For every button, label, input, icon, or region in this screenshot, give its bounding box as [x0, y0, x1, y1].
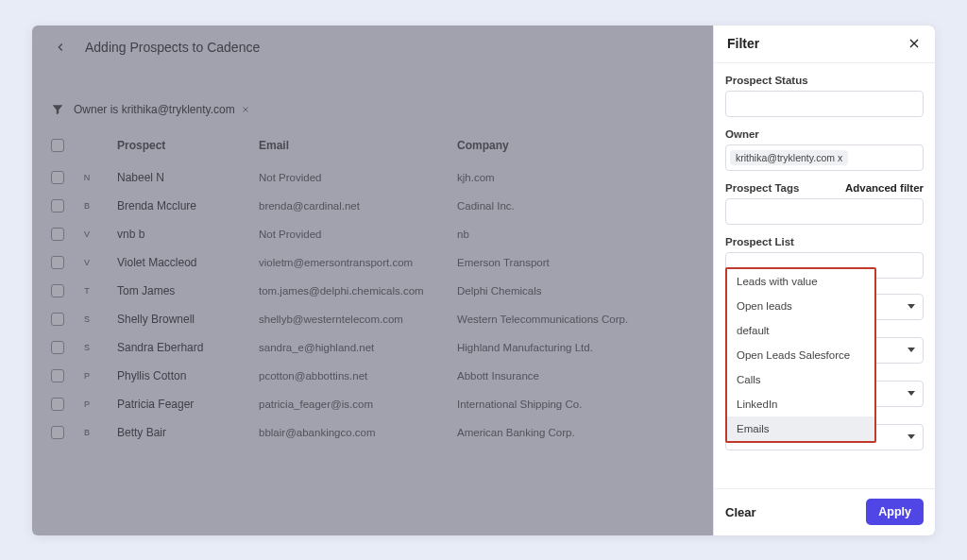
- chevron-down-icon: [908, 434, 915, 439]
- funnel-icon: [51, 103, 64, 116]
- avatar-letter: S: [79, 312, 94, 327]
- remove-filter-icon[interactable]: [241, 105, 250, 114]
- dropdown-option[interactable]: Open leads: [727, 294, 874, 318]
- row-checkbox[interactable]: [51, 398, 64, 411]
- avatar-letter: T: [79, 283, 94, 298]
- prospect-name: Violet Maccleod: [117, 256, 259, 269]
- filter-panel-body: Prospect Status Owner krithika@tryklenty…: [714, 63, 935, 488]
- filter-panel-footer: Clear Apply: [714, 488, 935, 535]
- label-prospect-tags: Prospect Tags: [725, 182, 799, 194]
- row-checkbox[interactable]: [51, 284, 64, 297]
- filter-panel-title: Filter: [727, 36, 759, 51]
- avatar-letter: B: [79, 425, 94, 440]
- prospect-name: Phyllis Cotton: [117, 369, 259, 382]
- dropdown-option[interactable]: LinkedIn: [727, 392, 874, 416]
- dropdown-option[interactable]: Open Leads Salesforce: [727, 343, 874, 367]
- prospect-list-dropdown[interactable]: Leads with valueOpen leadsdefaultOpen Le…: [725, 267, 876, 443]
- input-owner[interactable]: krithika@tryklenty.com x: [725, 144, 924, 171]
- prospect-email: shellyb@westerntelecom.com: [259, 314, 457, 325]
- row-checkbox[interactable]: [51, 313, 64, 326]
- prospect-name: Shelly Brownell: [117, 313, 259, 326]
- dropdown-option[interactable]: Emails: [727, 416, 874, 441]
- avatar-letter: P: [79, 397, 94, 412]
- avatar-letter: N: [79, 170, 94, 185]
- field-owner: Owner krithika@tryklenty.com x: [725, 128, 924, 171]
- avatar-letter: B: [79, 198, 94, 213]
- apply-button[interactable]: Apply: [866, 499, 924, 525]
- field-prospect-tags: Prospect Tags Advanced filter: [725, 182, 924, 225]
- filter-panel: Filter Prospect Status Owner krithika@tr…: [713, 25, 935, 535]
- owner-tag[interactable]: krithika@tryklenty.com x: [730, 150, 848, 165]
- prospect-email: Not Provided: [259, 229, 457, 240]
- advanced-filter-link[interactable]: Advanced filter: [845, 182, 924, 194]
- clear-button[interactable]: Clear: [725, 505, 756, 519]
- page-title: Adding Prospects to Cadence: [85, 40, 260, 55]
- row-checkbox[interactable]: [51, 171, 64, 184]
- prospect-name: vnb b: [117, 228, 259, 241]
- row-checkbox[interactable]: [51, 369, 64, 382]
- active-filter-text: Owner is krithika@tryklenty.com: [74, 103, 235, 116]
- prospect-name: Tom James: [117, 284, 259, 297]
- label-owner: Owner: [725, 128, 924, 140]
- input-prospect-tags[interactable]: [725, 198, 924, 225]
- dropdown-option[interactable]: default: [727, 318, 874, 343]
- prospect-email: pcotton@abbottins.net: [259, 370, 457, 382]
- dropdown-option[interactable]: Calls: [727, 367, 874, 392]
- label-prospect-list: Prospect List: [725, 236, 924, 247]
- avatar-letter: V: [79, 227, 94, 242]
- active-filter-chip[interactable]: Owner is krithika@tryklenty.com: [74, 103, 250, 116]
- prospect-name: Brenda Mcclure: [117, 199, 259, 212]
- prospect-name: Nabeel N: [117, 171, 259, 184]
- close-icon[interactable]: [907, 36, 922, 51]
- prospect-name: Betty Bair: [117, 426, 259, 439]
- prospect-email: bblair@abankingco.com: [259, 427, 457, 438]
- row-checkbox[interactable]: [51, 228, 64, 241]
- col-email: Email: [259, 139, 457, 152]
- chevron-down-icon: [908, 348, 915, 352]
- input-prospect-status[interactable]: [725, 91, 924, 117]
- chevron-down-icon: [908, 304, 915, 309]
- prospect-email: tom.james@delphi.chemicals.com: [259, 285, 457, 297]
- owner-tag-text: krithika@tryklenty.com x: [736, 152, 842, 163]
- chevron-down-icon: [908, 391, 915, 396]
- field-prospect-status: Prospect Status: [725, 75, 924, 117]
- prospect-email: violetm@emersontransport.com: [259, 257, 457, 268]
- avatar-letter: V: [79, 255, 94, 270]
- filter-panel-header: Filter: [714, 25, 935, 63]
- row-checkbox[interactable]: [51, 256, 64, 269]
- avatar-letter: P: [79, 368, 94, 383]
- prospect-name: Patricia Feager: [117, 398, 259, 411]
- label-prospect-status: Prospect Status: [725, 75, 924, 86]
- prospect-email: brenda@cardinal.net: [259, 200, 457, 212]
- chevron-left-icon: [54, 41, 67, 54]
- dropdown-option[interactable]: Leads with value: [727, 269, 874, 294]
- row-checkbox[interactable]: [51, 426, 64, 439]
- row-checkbox[interactable]: [51, 341, 64, 354]
- back-button[interactable]: [49, 36, 72, 59]
- prospect-email: patricia_feager@is.com: [259, 399, 457, 410]
- prospect-email: Not Provided: [259, 172, 457, 183]
- col-prospect: Prospect: [117, 139, 259, 152]
- avatar-letter: S: [79, 340, 94, 355]
- app-frame: Adding Prospects to Cadence Owner is kri…: [32, 25, 935, 535]
- prospect-name: Sandra Eberhard: [117, 341, 259, 354]
- prospect-email: sandra_e@highland.net: [259, 342, 457, 353]
- select-all-checkbox[interactable]: [51, 139, 64, 152]
- row-checkbox[interactable]: [51, 199, 64, 212]
